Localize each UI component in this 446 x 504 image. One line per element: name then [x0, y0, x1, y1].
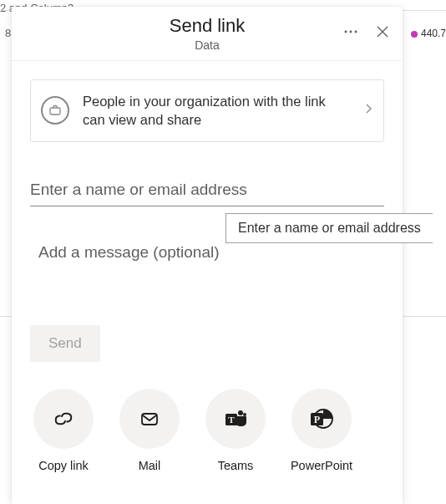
- svg-point-0: [345, 31, 347, 33]
- svg-rect-3: [50, 108, 60, 115]
- svg-text:T: T: [228, 415, 235, 425]
- svg-text:P: P: [314, 414, 320, 425]
- share-option-label: PowerPoint: [291, 459, 352, 472]
- share-option-copy-link[interactable]: Copy link: [33, 389, 94, 472]
- dialog-subtitle: Data: [12, 38, 403, 52]
- share-option-label: Teams: [218, 459, 254, 472]
- share-option-mail[interactable]: Mail: [119, 389, 180, 472]
- close-button[interactable]: [374, 23, 391, 40]
- svg-point-6: [243, 413, 246, 416]
- bg-legend-fragment: 440.7: [411, 28, 446, 39]
- share-option-label: Mail: [139, 459, 161, 472]
- more-options-button[interactable]: [342, 23, 359, 40]
- link-icon: [52, 407, 75, 430]
- share-option-teams[interactable]: T Teams: [205, 389, 266, 472]
- message-input[interactable]: [30, 240, 384, 265]
- close-icon: [376, 25, 389, 38]
- svg-rect-4: [142, 414, 157, 425]
- share-options-row: Copy link Mail: [30, 389, 384, 472]
- bg-text-fragment: 8: [5, 27, 11, 39]
- permission-description: People in your organization with the lin…: [83, 92, 350, 130]
- recipient-input-tooltip: Enter a name or email address: [226, 213, 433, 243]
- recipient-input[interactable]: [30, 176, 384, 206]
- svg-point-5: [238, 410, 243, 415]
- svg-point-1: [350, 31, 352, 33]
- briefcase-icon: [41, 96, 69, 125]
- share-option-powerpoint[interactable]: P PowerPoint: [291, 389, 352, 472]
- share-option-label: Copy link: [38, 459, 89, 472]
- legend-dot-icon: [411, 31, 418, 38]
- powerpoint-icon: P: [307, 405, 336, 433]
- svg-point-2: [355, 31, 357, 33]
- mail-icon: [138, 407, 161, 430]
- send-link-dialog: Send link Data: [12, 7, 403, 504]
- ellipsis-icon: [343, 24, 358, 39]
- teams-icon: T: [221, 405, 250, 433]
- send-button[interactable]: Send: [30, 325, 100, 362]
- link-permissions-selector[interactable]: People in your organization with the lin…: [30, 79, 384, 142]
- chevron-right-icon: [363, 103, 373, 118]
- dialog-header: Send link Data: [12, 7, 403, 61]
